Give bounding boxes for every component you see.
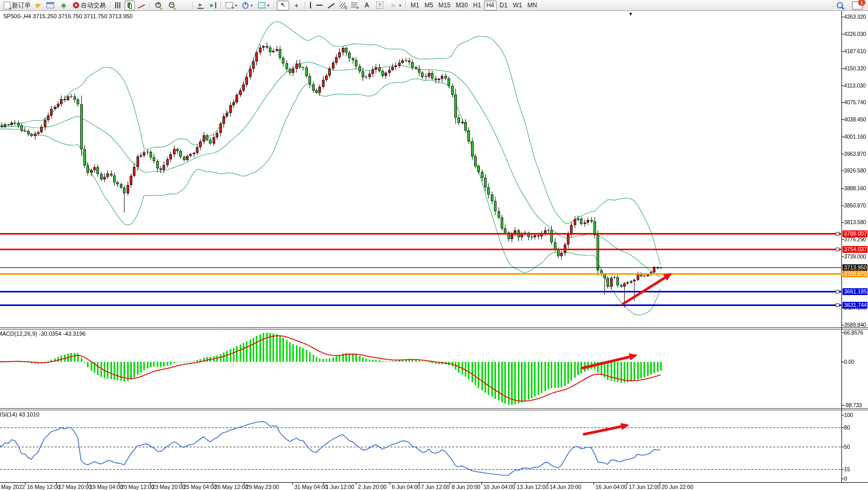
profiles-button[interactable]: ▾: [240, 1, 255, 10]
toolbar-separator: [110, 2, 111, 9]
cursor-button[interactable]: ↖: [277, 1, 289, 10]
text-label-tool-button[interactable]: T: [374, 1, 386, 10]
chart-plus-icon: [226, 2, 233, 8]
tf-m15-label: M15: [438, 2, 450, 9]
express-tool-button[interactable]: [34, 1, 43, 10]
line-chart-mode-button[interactable]: [136, 1, 147, 10]
yellow-arrow-icon: [35, 2, 42, 9]
crosshair-icon: +: [292, 1, 301, 9]
tf-d1-label: D1: [500, 2, 507, 9]
level-line-3788.007[interactable]: [0, 233, 842, 235]
equidistant-channel-tool-button[interactable]: E: [338, 1, 348, 10]
toolbar-separator: [192, 2, 193, 9]
chevron-down-icon[interactable]: ▾: [251, 3, 253, 8]
clock-icon: [242, 2, 249, 8]
tf-h4-label: H4: [486, 2, 494, 9]
line-handle[interactable]: [836, 248, 839, 251]
zoom-in-icon: +: [154, 1, 163, 9]
tf-m15-button[interactable]: M15: [436, 1, 452, 10]
tf-h4-button[interactable]: H4: [484, 1, 496, 10]
cursor-icon: ↖: [279, 1, 287, 9]
tf-h1-button[interactable]: H1: [471, 1, 483, 10]
arrows-tool-button[interactable]: ↑↓▾: [387, 1, 403, 10]
new-chart-button[interactable]: ▾: [224, 1, 239, 10]
red-dot-icon: [73, 2, 79, 8]
tline-icon: [328, 3, 334, 8]
text-tool-button[interactable]: A: [361, 1, 373, 10]
tf-m5-button[interactable]: M5: [423, 1, 436, 10]
vertical-line-tool-button[interactable]: [308, 1, 313, 10]
chevron-down-icon[interactable]: ▾: [267, 3, 269, 8]
tf-h1-label: H1: [473, 2, 481, 9]
trend-line-tool-button[interactable]: [326, 1, 337, 10]
line-handle[interactable]: [836, 232, 839, 236]
templates-button[interactable]: ▾: [256, 1, 271, 10]
toolbar-right: 1: [836, 0, 863, 10]
text-t-icon: T: [376, 2, 383, 9]
zoom-out-icon: −: [168, 1, 176, 9]
bars-icon: [115, 2, 121, 8]
chart-canvas[interactable]: [0, 0, 868, 490]
level-line-3631.744[interactable]: [0, 304, 842, 306]
horizontal-line-tool-button[interactable]: [314, 1, 325, 10]
channel-e-icon: E: [340, 3, 346, 8]
zoom-in-button[interactable]: +: [152, 1, 165, 10]
toolbar: 新订单◉自动交易+−▾▾▾↖+EFAT↑↓▾M1M5M15M30H1H4D1W1…: [0, 0, 868, 11]
template-icon: [258, 2, 265, 8]
chevron-down-icon[interactable]: ▾: [399, 3, 401, 8]
auto-trading-button[interactable]: 自动交易: [71, 1, 108, 10]
fibo-f-icon: F: [351, 3, 357, 8]
level-line-3713.950[interactable]: [0, 267, 842, 268]
toolbar-separator: [305, 2, 306, 9]
tile-windows-button[interactable]: [179, 1, 190, 10]
zoom-out-button[interactable]: −: [166, 1, 178, 10]
text-a-icon: A: [363, 1, 371, 9]
toolbar-separator: [274, 2, 275, 9]
notification-badge: 1: [858, 0, 865, 6]
arrows-icon: ↑↓: [389, 1, 397, 9]
hline-icon: [316, 5, 323, 6]
level-line-3754.037[interactable]: [0, 249, 842, 250]
toolbar-separator: [149, 2, 150, 9]
new-order-label: 新订单: [12, 1, 31, 10]
signals-button[interactable]: ◉: [57, 1, 70, 10]
tf-mn-label: MN: [527, 2, 537, 9]
toolbar-separator: [220, 2, 221, 9]
candle-chart-mode-button[interactable]: [125, 1, 135, 10]
auto-scroll-button[interactable]: [195, 1, 206, 10]
tiles-icon: [181, 3, 188, 8]
level-line-3661.185[interactable]: [0, 291, 842, 292]
bar-chart-mode-button[interactable]: [113, 1, 123, 10]
vline-icon: [310, 2, 311, 8]
tf-m30-label: M30: [456, 2, 468, 9]
line-icon: [138, 3, 145, 8]
crosshair-button[interactable]: +: [290, 1, 303, 10]
shift-icon: [209, 2, 216, 8]
notifications-icon[interactable]: 1: [852, 1, 863, 10]
candles-icon: [127, 2, 133, 8]
tf-m1-label: M1: [411, 2, 419, 9]
fibonacci-tool-button[interactable]: F: [349, 1, 359, 10]
tf-w1-button[interactable]: W1: [511, 1, 524, 10]
level-line-3700.072[interactable]: [0, 273, 842, 275]
blue-window-icon: [46, 2, 54, 8]
tf-d1-button[interactable]: D1: [498, 1, 510, 10]
auto-trading-label: 自动交易: [81, 1, 106, 10]
tf-mn-button[interactable]: MN: [525, 1, 539, 10]
search-icon[interactable]: [836, 1, 845, 9]
tf-m30-button[interactable]: M30: [454, 1, 470, 10]
tf-w1-label: W1: [513, 2, 522, 9]
tf-m1-button[interactable]: M1: [408, 1, 421, 10]
chevron-down-icon[interactable]: ▾: [235, 3, 237, 8]
new-order-button[interactable]: 新订单: [2, 1, 33, 10]
market-window-button[interactable]: [44, 1, 56, 10]
tf-m5-label: M5: [425, 2, 433, 9]
toolbar-separator: [405, 2, 406, 9]
green-signal-icon: ◉: [59, 1, 68, 9]
chart-shift-button[interactable]: [207, 1, 218, 10]
line-handle[interactable]: [836, 303, 839, 307]
autoscroll-icon: [197, 2, 204, 9]
line-handle[interactable]: [836, 290, 839, 293]
doc-plus-icon: [4, 2, 10, 9]
